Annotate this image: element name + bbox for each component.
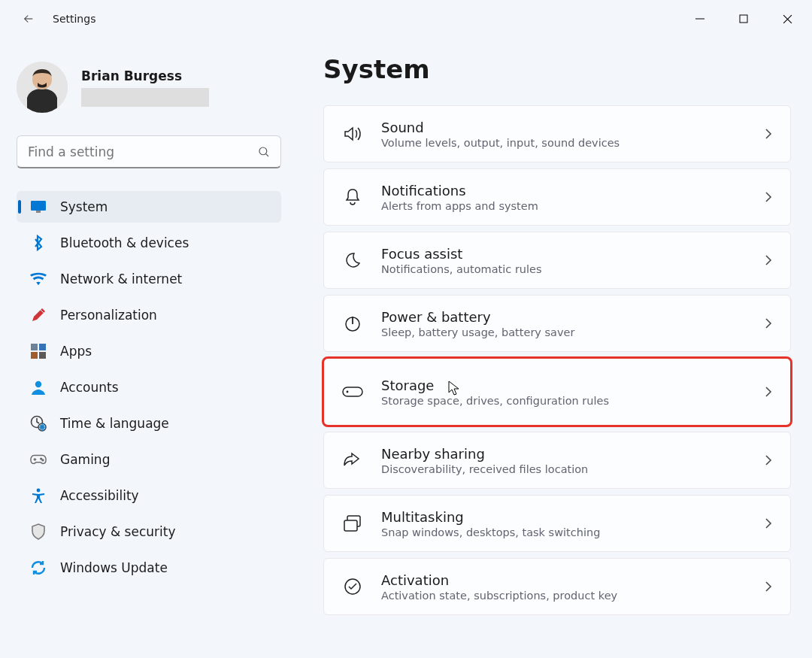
sidebar-item-windows-update[interactable]: Windows Update	[17, 552, 281, 584]
sound-icon	[342, 123, 363, 144]
settings-card-focus-assist[interactable]: Focus assistNotifications, automatic rul…	[323, 232, 791, 289]
minimize-icon	[695, 14, 704, 23]
sidebar-item-gaming[interactable]: Gaming	[17, 444, 281, 475]
chevron-right-icon	[765, 454, 772, 466]
back-button[interactable]	[14, 4, 44, 34]
svg-point-4	[259, 147, 267, 155]
back-arrow-icon	[22, 12, 35, 26]
profile-name: Brian Burgess	[81, 68, 209, 83]
wifi-icon	[30, 271, 47, 287]
svg-rect-10	[39, 352, 46, 359]
svg-point-16	[37, 489, 41, 493]
svg-point-14	[41, 458, 42, 459]
profile-email-redacted	[81, 88, 209, 107]
chevron-right-icon	[765, 254, 772, 266]
svg-point-11	[35, 381, 41, 387]
update-icon	[30, 559, 47, 576]
chevron-right-icon	[765, 581, 772, 593]
page-title: System	[323, 54, 791, 84]
profile[interactable]: Brian Burgess	[17, 62, 301, 113]
accessibility-icon	[30, 487, 47, 504]
multitask-icon	[342, 513, 363, 534]
window-title: Settings	[53, 13, 95, 25]
minimize-button[interactable]	[678, 4, 722, 34]
share-icon	[342, 450, 363, 471]
close-button[interactable]	[765, 4, 809, 34]
card-desc: Storage space, drives, configuration rul…	[381, 395, 609, 407]
gamepad-icon	[30, 451, 47, 468]
sidebar-item-label: Accounts	[60, 380, 119, 395]
maximize-icon	[739, 14, 748, 23]
chevron-right-icon	[765, 128, 772, 140]
sidebar-item-network-internet[interactable]: Network & internet	[17, 263, 281, 295]
svg-rect-18	[343, 387, 362, 396]
person-icon	[30, 379, 47, 396]
card-desc: Notifications, automatic rules	[381, 263, 542, 275]
card-title: Sound	[381, 120, 620, 135]
search-input[interactable]	[17, 135, 281, 168]
svg-point-19	[347, 391, 349, 393]
chevron-right-icon	[765, 386, 772, 398]
sidebar-item-personalization[interactable]: Personalization	[17, 299, 281, 331]
settings-cards: SoundVolume levels, output, input, sound…	[323, 105, 791, 615]
card-desc: Alerts from apps and system	[381, 200, 538, 212]
svg-rect-6	[36, 211, 41, 213]
sidebar-item-accounts[interactable]: Accounts	[17, 371, 281, 403]
maximize-button[interactable]	[722, 4, 765, 34]
settings-card-power-battery[interactable]: Power & batterySleep, battery usage, bat…	[323, 295, 791, 352]
chevron-right-icon	[765, 191, 772, 203]
svg-rect-7	[31, 344, 38, 350]
sidebar-item-accessibility[interactable]: Accessibility	[17, 480, 281, 511]
sidebar-item-label: Accessibility	[60, 488, 139, 503]
card-title: Multitasking	[381, 509, 600, 525]
shield-icon	[30, 523, 47, 540]
sidebar-item-time-language[interactable]: Time & language	[17, 408, 281, 439]
card-title: Storage	[381, 378, 609, 393]
settings-card-nearby-sharing[interactable]: Nearby sharingDiscoverability, received …	[323, 432, 791, 489]
bluetooth-icon	[30, 235, 47, 251]
sidebar-item-label: Apps	[60, 344, 92, 359]
close-icon	[783, 14, 792, 24]
main-pane: System SoundVolume levels, output, input…	[323, 54, 791, 615]
search-icon	[257, 145, 271, 159]
sidebar-item-privacy-security[interactable]: Privacy & security	[17, 516, 281, 547]
settings-card-sound[interactable]: SoundVolume levels, output, input, sound…	[323, 105, 791, 162]
monitor-icon	[30, 199, 47, 215]
nav-list: SystemBluetooth & devicesNetwork & inter…	[17, 191, 281, 584]
sidebar-item-apps[interactable]: Apps	[17, 335, 281, 367]
pencil-icon	[30, 307, 47, 323]
sidebar-item-label: System	[60, 199, 108, 214]
card-title: Activation	[381, 572, 617, 588]
card-title: Power & battery	[381, 309, 574, 325]
chevron-right-icon	[765, 517, 772, 529]
sidebar-item-label: Time & language	[60, 416, 169, 431]
storage-icon	[342, 381, 363, 402]
sidebar-item-system[interactable]: System	[17, 191, 281, 223]
moon-icon	[342, 250, 363, 271]
titlebar: Settings	[0, 0, 812, 38]
power-icon	[342, 313, 363, 334]
window-controls	[678, 4, 812, 34]
bell-icon	[342, 186, 363, 208]
settings-card-notifications[interactable]: NotificationsAlerts from apps and system	[323, 168, 791, 226]
card-desc: Activation state, subscriptions, product…	[381, 590, 617, 602]
sidebar-item-label: Privacy & security	[60, 524, 176, 539]
svg-point-15	[42, 459, 44, 461]
sidebar-item-label: Network & internet	[60, 271, 182, 287]
card-title: Notifications	[381, 183, 538, 199]
sidebar-item-bluetooth-devices[interactable]: Bluetooth & devices	[17, 227, 281, 259]
svg-rect-8	[39, 344, 46, 350]
svg-rect-21	[344, 520, 357, 531]
settings-card-storage[interactable]: StorageStorage space, drives, configurat…	[323, 358, 791, 426]
card-title: Focus assist	[381, 246, 542, 262]
check-circle-icon	[342, 576, 363, 597]
svg-rect-0	[695, 19, 704, 20]
settings-card-multitasking[interactable]: MultitaskingSnap windows, desktops, task…	[323, 495, 791, 552]
card-desc: Volume levels, output, input, sound devi…	[381, 137, 620, 149]
card-desc: Snap windows, desktops, task switching	[381, 526, 600, 538]
sidebar: Brian Burgess SystemBluetooth & devicesN…	[0, 53, 301, 584]
svg-rect-9	[31, 352, 38, 359]
card-title: Nearby sharing	[381, 446, 588, 462]
settings-card-activation[interactable]: ActivationActivation state, subscription…	[323, 558, 791, 615]
sidebar-item-label: Gaming	[60, 452, 110, 467]
